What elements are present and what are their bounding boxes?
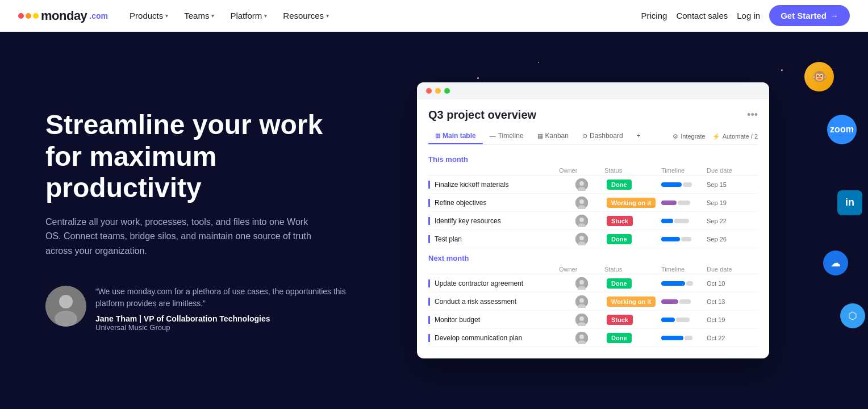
svg-point-10 <box>579 218 584 222</box>
this-month-label: This month <box>428 152 758 166</box>
testimonial-company: Universal Music Group <box>95 323 352 332</box>
timeline-bar-filled <box>661 182 682 187</box>
due-date: Sep 22 <box>707 218 758 224</box>
tab-dashboard[interactable]: ⊙ Dashboard <box>575 128 630 144</box>
table-icon: ⊞ <box>435 132 440 140</box>
logo-com: .com <box>89 11 108 20</box>
next-month-column-headers: Owner Status Timeline Due date <box>428 265 758 274</box>
card-header: Q3 project overview ••• <box>428 108 758 122</box>
task-name: Develop communication plan <box>428 334 559 342</box>
hero-title: Streamline your work for maximum product… <box>45 109 352 203</box>
status-cell: Done <box>604 178 661 191</box>
owner-avatar <box>575 314 588 326</box>
nav-contact[interactable]: Contact sales <box>676 11 728 20</box>
linkedin-icon: in <box>837 190 862 215</box>
tab-kanban[interactable]: ▦ Kanban <box>531 128 575 144</box>
timeline-bar-filled <box>661 336 683 340</box>
task-name: Conduct a risk assessment <box>428 298 559 306</box>
due-date: Oct 13 <box>707 298 758 305</box>
owner-avatar <box>575 215 588 227</box>
card-menu-icon[interactable]: ••• <box>747 109 758 121</box>
table-row: Develop communication plan Done Oct 22 <box>428 329 758 347</box>
hero-testimonial: “We use monday.com for a plethora of use… <box>45 286 352 332</box>
owner-avatar <box>575 197 588 209</box>
status-badge: Stuck <box>607 315 633 325</box>
timeline-cell <box>661 219 712 223</box>
task-name: Update contractor agreement <box>428 279 559 287</box>
dashboard-tabs: ⊞ Main table — Timeline ▦ Kanban ⊙ Dashb… <box>428 128 758 145</box>
tab-actions: ⚙ Integrate ⚡ Automate / 2 <box>673 128 758 144</box>
owner-avatar <box>575 332 588 344</box>
logo-dots <box>18 13 39 19</box>
avatar <box>45 286 86 327</box>
timeline-bar-empty <box>683 182 692 187</box>
chevron-down-icon: ▾ <box>211 12 214 19</box>
owner-avatar <box>575 295 588 308</box>
nav-pricing[interactable]: Pricing <box>641 11 667 20</box>
automate-action[interactable]: ⚡ Automate / 2 <box>712 133 758 140</box>
window-close-dot <box>426 88 432 94</box>
card-body: Q3 project overview ••• ⊞ Main table — T… <box>417 99 769 358</box>
status-cell: Stuck <box>604 214 661 227</box>
this-month-rows: Finalize kickoff materials Done Sep 15 R… <box>428 176 758 248</box>
timeline-bar-filled <box>661 299 678 304</box>
tab-main-table[interactable]: ⊞ Main table <box>428 128 483 144</box>
svg-point-2 <box>55 311 77 327</box>
navbar: monday.com Products ▾ Teams ▾ Platform ▾… <box>0 0 868 32</box>
svg-point-7 <box>579 199 584 204</box>
timeline-icon: — <box>490 132 496 139</box>
integrate-action[interactable]: ⚙ Integrate <box>673 133 705 140</box>
owner-avatar <box>575 277 588 290</box>
owner-avatar <box>575 233 588 245</box>
timeline-bar-filled <box>661 237 680 241</box>
nav-resources[interactable]: Resources ▾ <box>275 6 337 25</box>
tab-add[interactable]: + <box>630 128 648 144</box>
nav-left: monday.com Products ▾ Teams ▾ Platform ▾… <box>18 6 337 25</box>
integrate-icon: ⚙ <box>673 133 678 140</box>
svg-point-4 <box>579 181 584 186</box>
chevron-down-icon: ▾ <box>326 12 329 19</box>
logo-dot-red <box>18 13 24 19</box>
status-badge: Done <box>607 333 632 343</box>
table-row: Conduct a risk assessment Working on it … <box>428 293 758 311</box>
table-row: Finalize kickoff materials Done Sep 15 <box>428 176 758 194</box>
dashboard-card: Q3 project overview ••• ⊞ Main table — T… <box>417 82 769 358</box>
tab-timeline[interactable]: — Timeline <box>483 128 531 144</box>
status-badge: Done <box>607 278 632 289</box>
automate-icon: ⚡ <box>712 133 720 140</box>
next-month-rows: Update contractor agreement Done Oct 10 … <box>428 274 758 347</box>
due-date: Sep 26 <box>707 236 758 243</box>
table-row: Update contractor agreement Done Oct 10 <box>428 274 758 293</box>
timeline-bar-empty <box>685 336 692 340</box>
nav-teams[interactable]: Teams ▾ <box>176 6 222 25</box>
timeline-bar-empty <box>676 318 690 322</box>
dashboard-icon: ⊙ <box>582 132 587 140</box>
svg-point-19 <box>579 298 584 303</box>
window-maximize-dot <box>444 88 450 94</box>
app-icon: ⬡ <box>840 303 865 328</box>
nav-right: Pricing Contact sales Log in Get Started… <box>641 5 850 26</box>
status-cell: Stuck <box>604 313 661 326</box>
timeline-cell <box>661 201 712 205</box>
this-month-section: This month Owner Status Timeline Due dat… <box>428 152 758 248</box>
timeline-bar-filled <box>661 201 677 205</box>
kanban-icon: ▦ <box>537 132 543 140</box>
nav-menu: Products ▾ Teams ▾ Platform ▾ Resources … <box>122 6 337 25</box>
logo-dot-yellow <box>33 13 39 19</box>
nav-login[interactable]: Log in <box>737 11 760 20</box>
nav-platform[interactable]: Platform ▾ <box>222 6 275 25</box>
card-titlebar <box>417 82 769 99</box>
get-started-button[interactable]: Get Started → <box>769 5 850 26</box>
status-badge: Working on it <box>607 198 656 208</box>
card-title: Q3 project overview <box>428 108 536 122</box>
nav-products[interactable]: Products ▾ <box>122 6 176 25</box>
timeline-cell <box>661 281 712 286</box>
hero-right: Q3 project overview ••• ⊞ Main table — T… <box>352 82 834 358</box>
timeline-cell <box>661 336 712 340</box>
timeline-bar-empty <box>679 299 691 304</box>
task-name: Refine objectives <box>428 199 559 207</box>
status-cell: Done <box>604 331 661 344</box>
logo[interactable]: monday.com <box>18 9 108 23</box>
timeline-cell <box>661 299 712 304</box>
timeline-bar-filled <box>661 219 673 223</box>
